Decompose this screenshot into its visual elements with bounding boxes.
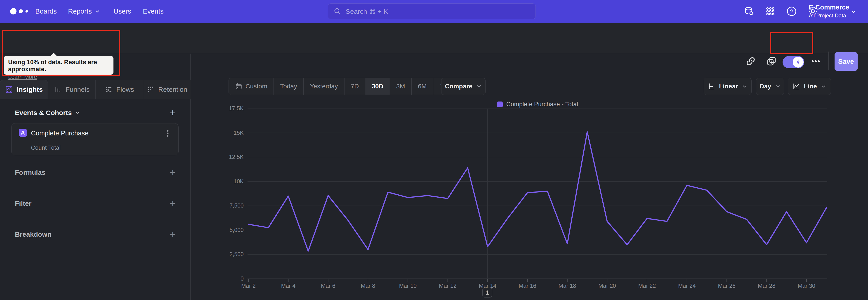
chevron-down-icon	[476, 83, 482, 89]
chevron-down-icon	[820, 83, 827, 89]
series-line	[248, 132, 827, 251]
range-today-label: Today	[280, 83, 297, 90]
compare-button[interactable]: Compare	[441, 78, 486, 95]
chart-legend[interactable]: Complete Purchase - Total	[248, 101, 827, 108]
interval-select[interactable]: Day	[756, 78, 784, 95]
tab-insights[interactable]: Insights	[0, 80, 48, 99]
nav-events-label: Events	[143, 7, 164, 15]
nav-users[interactable]: Users	[114, 0, 131, 23]
y-axis-label: 10K	[204, 178, 244, 185]
copy-link-icon[interactable]	[744, 55, 757, 68]
event-row-complete-purchase[interactable]: A Complete Purchase Count Total	[11, 123, 179, 155]
more-options-icon[interactable]	[809, 55, 822, 68]
lightning-bolt-icon	[793, 57, 804, 68]
report-type-tabs: Insights Funnels Flows Re	[0, 80, 191, 99]
range-yesterday[interactable]: Yesterday	[303, 78, 344, 95]
project-name: E-Commerce	[809, 4, 849, 11]
chevron-down-icon	[75, 110, 81, 116]
formulas-header: Formulas	[15, 169, 45, 176]
flows-icon	[105, 86, 113, 94]
x-axis-label: Mar 2	[232, 282, 264, 289]
mixpanel-insights-app: Boards Reports Users Events Search ⌘ + K	[0, 0, 868, 300]
duplicate-add-icon[interactable]	[765, 55, 778, 68]
compare-label: Compare	[445, 83, 472, 90]
svg-text:?: ?	[790, 8, 793, 14]
events-cohorts-label: Events & Cohorts	[15, 109, 72, 117]
range-3m[interactable]: 3M	[390, 78, 411, 95]
chevron-down-icon	[94, 8, 100, 14]
search-input[interactable]: Search ⌘ + K	[328, 3, 536, 19]
event-metric[interactable]: Count Total	[31, 144, 61, 151]
x-axis-label: Mar 14	[472, 282, 503, 289]
range-custom-label: Custom	[246, 83, 267, 90]
y-axis-label: 7,500	[204, 202, 244, 209]
x-axis-label: Mar 26	[711, 282, 743, 289]
range-30d-label: 30D	[372, 83, 383, 90]
query-builder-sidebar: Insights Funnels Flows Re	[0, 54, 191, 300]
insights-icon	[5, 86, 13, 94]
x-axis-label: Mar 20	[591, 282, 623, 289]
range-7d[interactable]: 7D	[344, 78, 365, 95]
range-30d[interactable]: 30D	[365, 78, 390, 95]
tab-retention[interactable]: Retention	[143, 80, 191, 99]
learn-more-link[interactable]: Learn More	[8, 74, 37, 80]
nav-reports-label: Reports	[68, 7, 92, 15]
scale-label: Linear	[719, 83, 738, 90]
range-custom[interactable]: Custom	[229, 78, 274, 95]
nav-events[interactable]: Events	[143, 0, 164, 23]
tab-funnels[interactable]: Funnels	[48, 80, 96, 99]
range-7d-label: 7D	[351, 83, 359, 90]
tab-insights-label: Insights	[17, 86, 43, 93]
mixpanel-logo-icon[interactable]	[9, 7, 34, 16]
add-formula-button[interactable]: +	[170, 168, 176, 177]
chevron-down-icon[interactable]	[850, 8, 857, 15]
formulas-label: Formulas	[15, 169, 45, 176]
x-axis-label: Mar 10	[392, 282, 424, 289]
add-breakdown-button[interactable]: +	[170, 230, 176, 239]
apps-grid-icon[interactable]	[764, 5, 777, 18]
event-letter-badge: A	[19, 129, 27, 137]
x-axis-label: Mar 24	[671, 282, 703, 289]
tooltip-arrow	[50, 53, 57, 57]
tooltip-message: Using 10% of data. Results are approxima…	[8, 59, 109, 73]
event-options-icon[interactable]	[164, 129, 172, 138]
filter-header: Filter	[15, 200, 31, 207]
x-axis-label: Mar 12	[432, 282, 464, 289]
legend-swatch	[497, 101, 503, 108]
range-6m[interactable]: 6M	[411, 78, 433, 95]
y-axis-label: 0	[204, 275, 244, 282]
range-today[interactable]: Today	[274, 78, 303, 95]
tab-retention-label: Retention	[158, 86, 187, 93]
range-yesterday-label: Yesterday	[310, 83, 338, 90]
range-6m-label: 6M	[418, 83, 427, 90]
search-icon	[334, 8, 341, 15]
add-filter-button[interactable]: +	[170, 199, 176, 208]
chart-type-label: Line	[804, 83, 817, 90]
interval-label: Day	[760, 83, 771, 90]
tab-flows[interactable]: Flows	[95, 80, 143, 99]
filter-row: Filter +	[15, 200, 176, 207]
x-axis-label: Mar 22	[631, 282, 663, 289]
nav-boards[interactable]: Boards	[35, 0, 57, 23]
data-management-icon[interactable]	[743, 5, 755, 18]
project-switcher[interactable]: E-Commerce All Project Data	[809, 4, 849, 19]
funnels-icon	[54, 86, 62, 94]
top-navbar: Boards Reports Users Events Search ⌘ + K	[0, 0, 868, 23]
filter-label: Filter	[15, 200, 31, 207]
sampling-toggle[interactable]	[782, 56, 804, 68]
nav-reports[interactable]: Reports	[68, 0, 100, 23]
x-axis-label: Mar 16	[512, 282, 543, 289]
save-button[interactable]: Save	[835, 52, 858, 71]
chart-type-select[interactable]: Line	[788, 78, 831, 95]
help-icon[interactable]: ?	[785, 5, 798, 18]
formulas-row: Formulas +	[15, 169, 176, 176]
scale-select[interactable]: Linear	[704, 78, 752, 95]
x-axis-label: Mar 6	[312, 282, 344, 289]
add-event-button[interactable]: +	[170, 108, 176, 118]
line-chart[interactable]	[248, 109, 827, 284]
y-axis-label: 12.5K	[204, 154, 244, 160]
nav-boards-label: Boards	[35, 7, 57, 15]
linear-scale-icon	[708, 83, 715, 90]
range-3m-label: 3M	[396, 83, 405, 90]
events-cohorts-header[interactable]: Events & Cohorts	[15, 109, 81, 117]
